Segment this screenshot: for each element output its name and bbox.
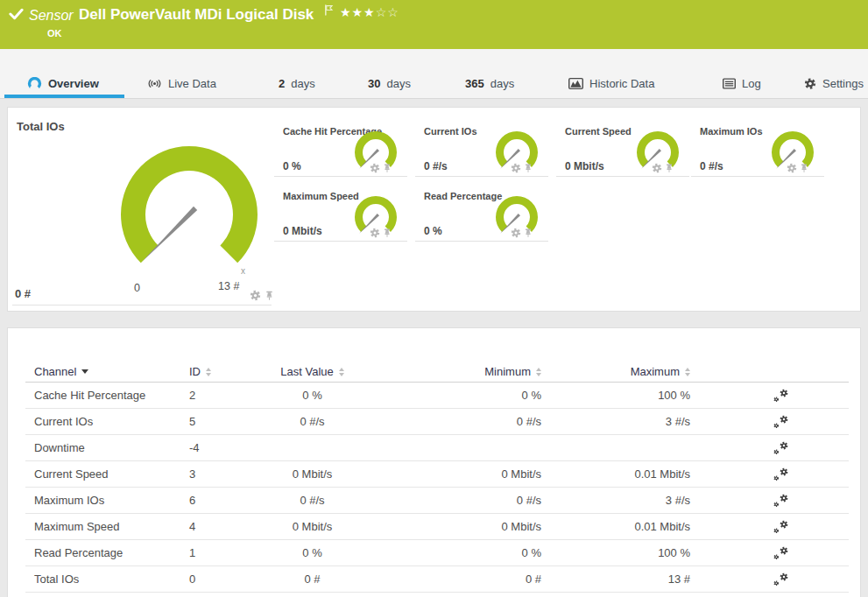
table-row[interactable]: Maximum Speed 4 0 Mbit/s 0 Mbit/s 0.01 M… xyxy=(25,514,849,540)
gauge-scale-min: 0 xyxy=(134,282,140,294)
cell-maximum: 100 % xyxy=(550,546,699,559)
tab-label: Live Data xyxy=(168,77,216,90)
gear-icon[interactable] xyxy=(250,290,261,301)
cell-minimum: 0 # xyxy=(349,572,550,586)
sort-icon xyxy=(685,368,690,376)
tab-log[interactable]: Log xyxy=(723,72,761,95)
column-header-id[interactable]: ID xyxy=(189,365,211,378)
gauge-cell-maximum-speed: Maximum Speed 0 Mbit/s xyxy=(274,186,407,242)
channel-settings-icon[interactable] xyxy=(773,441,788,454)
gauge-value: 0 Mbit/s xyxy=(283,225,322,237)
column-header-last-value[interactable]: Last Value xyxy=(280,365,343,378)
channel-settings-icon[interactable] xyxy=(773,494,788,507)
cell-maximum: 3 #/s xyxy=(550,415,699,428)
tab-overview[interactable]: Overview xyxy=(27,72,99,95)
stars-empty[interactable]: ☆☆ xyxy=(376,5,399,19)
tab-label: Log xyxy=(742,77,761,90)
cell-channel: Current Speed xyxy=(25,467,183,481)
cell-id: -4 xyxy=(183,441,275,454)
cell-id: 4 xyxy=(183,520,275,533)
gauge-needle xyxy=(142,207,197,262)
column-header-minimum[interactable]: Minimum xyxy=(484,365,541,378)
gauge-value: 0 Mbit/s xyxy=(565,160,604,172)
channels-table: Channel ID Last Value Minimum Maximum Ca… xyxy=(25,362,849,593)
priority-stars[interactable]: ★★★☆☆ xyxy=(340,5,399,19)
pin-icon[interactable] xyxy=(264,290,275,301)
gear-icon[interactable] xyxy=(370,228,380,238)
channel-settings-icon[interactable] xyxy=(773,415,788,428)
tab-historic-data[interactable]: Historic Data xyxy=(568,72,654,95)
tab-2-days[interactable]: 2 days xyxy=(279,72,315,95)
gear-icon[interactable] xyxy=(370,163,380,173)
gauge-cell-maximum-ios: Maximum IOs 0 #/s xyxy=(691,122,824,177)
gauge-value: 0 #/s xyxy=(700,160,723,172)
table-row[interactable]: Maximum IOs 6 0 #/s 0 #/s 3 #/s xyxy=(25,488,849,514)
tab-label-number: 2 xyxy=(279,77,285,90)
gauges-panel: Total IOs 0 13 # x 0 # Cache Hit Percent… xyxy=(7,107,861,312)
cell-last-value: 0 # xyxy=(275,572,349,586)
cell-channel: Total IOs xyxy=(25,572,183,586)
object-kind-label: Sensor xyxy=(29,8,74,24)
table-row[interactable]: Downtime -4 xyxy=(25,435,849,461)
gear-icon[interactable] xyxy=(511,163,521,173)
column-header-channel[interactable]: Channel xyxy=(34,365,88,378)
cell-id: 3 xyxy=(183,467,275,481)
cell-last-value: 0 #/s xyxy=(275,415,349,428)
tab-bar: Overview Live Data 2 days 30 days 365 da… xyxy=(0,49,868,99)
active-tab-underline xyxy=(4,95,124,98)
gear-icon[interactable] xyxy=(511,228,521,238)
sort-desc-icon xyxy=(81,369,88,374)
tab-settings[interactable]: Settings xyxy=(804,72,864,95)
cell-id: 5 xyxy=(183,415,275,428)
cell-channel: Maximum IOs xyxy=(25,494,183,507)
table-row[interactable]: Cache Hit Percentage 2 0 % 0 % 100 % xyxy=(25,383,849,409)
pin-icon[interactable] xyxy=(523,163,533,173)
pin-icon[interactable] xyxy=(382,163,392,173)
tab-label: Historic Data xyxy=(589,77,654,90)
column-label: ID xyxy=(189,365,201,378)
cell-minimum: 0 #/s xyxy=(349,415,550,428)
table-row[interactable]: Current Speed 3 0 Mbit/s 0 Mbit/s 0.01 M… xyxy=(25,461,849,488)
pin-icon[interactable] xyxy=(799,163,809,173)
gauge-value: 0 % xyxy=(424,225,442,237)
table-row[interactable]: Current IOs 5 0 #/s 0 #/s 3 #/s xyxy=(25,409,849,435)
gear-icon[interactable] xyxy=(787,163,797,173)
cell-maximum: 0.01 Mbit/s xyxy=(550,467,699,481)
cell-minimum: 0 #/s xyxy=(349,494,550,507)
cell-last-value: 0 #/s xyxy=(275,494,349,507)
channel-settings-icon[interactable] xyxy=(773,546,788,559)
cell-last-value: 0 Mbit/s xyxy=(275,467,349,481)
tab-365-days[interactable]: 365 days xyxy=(465,72,514,95)
cell-maximum: 0.01 Mbit/s xyxy=(550,520,699,533)
pin-icon[interactable] xyxy=(664,163,674,173)
column-label: Maximum xyxy=(631,365,680,378)
channels-panel: Channel ID Last Value Minimum Maximum Ca… xyxy=(7,327,861,597)
gear-icon[interactable] xyxy=(652,163,662,173)
channel-settings-icon[interactable] xyxy=(773,572,788,586)
sort-icon xyxy=(339,368,344,376)
tab-label: Overview xyxy=(48,77,99,90)
cell-channel: Downtime xyxy=(25,441,183,454)
cell-maximum: 100 % xyxy=(550,389,699,402)
column-header-maximum[interactable]: Maximum xyxy=(631,365,690,378)
status-badge: OK xyxy=(47,28,62,39)
priority-flag-icon[interactable] xyxy=(324,4,334,16)
table-row[interactable]: Total IOs 0 0 # 0 # 13 # xyxy=(25,566,849,593)
channel-settings-icon[interactable] xyxy=(773,467,788,481)
channel-settings-icon[interactable] xyxy=(773,520,788,533)
cell-channel: Read Percentage xyxy=(25,546,183,559)
stars-filled[interactable]: ★★★ xyxy=(340,5,376,19)
pin-icon[interactable] xyxy=(523,228,533,238)
area-chart-icon xyxy=(568,77,583,90)
channel-settings-icon[interactable] xyxy=(773,389,788,402)
gauge-scale-max: 13 # xyxy=(218,280,239,292)
sort-icon xyxy=(536,368,541,376)
tab-30-days[interactable]: 30 days xyxy=(368,72,411,95)
pin-icon[interactable] xyxy=(382,228,392,238)
primary-gauge-title: Total IOs xyxy=(17,120,65,133)
tab-label-number: 30 xyxy=(368,77,380,90)
cell-minimum: 0 % xyxy=(349,389,550,402)
tab-live-data[interactable]: Live Data xyxy=(147,72,216,95)
column-label: Minimum xyxy=(484,365,531,378)
table-row[interactable]: Read Percentage 1 0 % 0 % 100 % xyxy=(25,540,849,566)
